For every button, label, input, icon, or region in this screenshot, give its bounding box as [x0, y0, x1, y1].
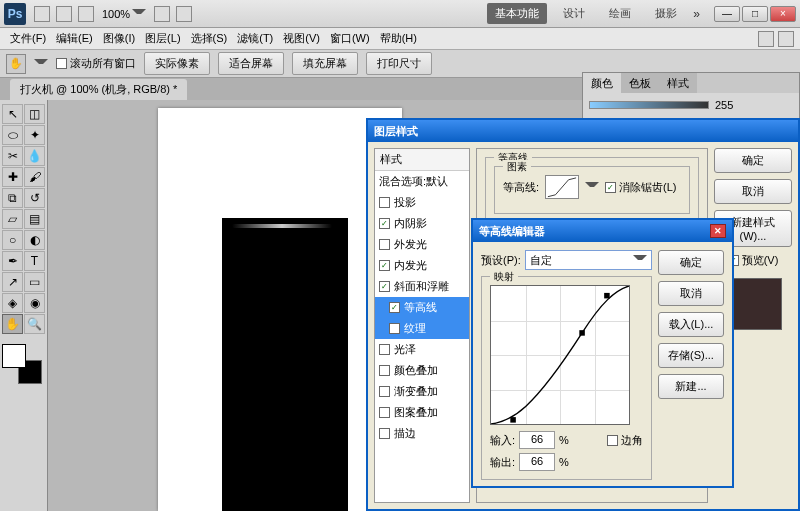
close-icon[interactable]: ✕ [710, 224, 726, 238]
expand-icon[interactable]: » [693, 7, 700, 21]
ok-button[interactable]: 确定 [714, 148, 792, 173]
corner-checkbox[interactable]: 边角 [607, 433, 643, 448]
eraser-tool[interactable]: ▱ [2, 209, 23, 229]
cancel-button[interactable]: 取消 [658, 281, 724, 306]
antialias-checkbox[interactable]: ✓消除锯齿(L) [605, 180, 676, 195]
color-slider[interactable] [589, 101, 709, 109]
hand-tool[interactable]: ✋ [2, 314, 23, 334]
3d-tool[interactable]: ◈ [2, 293, 23, 313]
view-extras-icon[interactable] [56, 6, 72, 22]
checkbox-icon[interactable]: ✓ [379, 218, 390, 229]
type-tool[interactable]: T [24, 251, 45, 271]
style-item[interactable]: ✓等高线 [375, 297, 469, 318]
workspace-photography[interactable]: 摄影 [647, 3, 685, 24]
mb-icon[interactable] [758, 31, 774, 47]
scroll-all-windows[interactable]: 滚动所有窗口 [56, 56, 136, 71]
maximize-button[interactable]: □ [742, 6, 768, 22]
style-item[interactable]: ✓内发光 [375, 255, 469, 276]
tab-color[interactable]: 颜色 [583, 73, 621, 93]
style-item[interactable]: 描边 [375, 423, 469, 444]
menu-image[interactable]: 图像(I) [99, 29, 139, 48]
contour-picker[interactable] [545, 175, 579, 199]
crop-tool[interactable]: ✂ [2, 146, 23, 166]
workspace-essentials[interactable]: 基本功能 [487, 3, 547, 24]
input-field[interactable]: 66 [519, 431, 555, 449]
dialog-title[interactable]: 图层样式 [368, 120, 798, 142]
style-item[interactable]: 光泽 [375, 339, 469, 360]
menu-window[interactable]: 窗口(W) [326, 29, 374, 48]
menu-view[interactable]: 视图(V) [279, 29, 324, 48]
shape-tool[interactable]: ▭ [24, 272, 45, 292]
hand-shortcut-icon[interactable] [154, 6, 170, 22]
stamp-tool[interactable]: ⧉ [2, 188, 23, 208]
save-button[interactable]: 存储(S)... [658, 343, 724, 368]
actual-pixels-button[interactable]: 实际像素 [144, 52, 210, 75]
menu-select[interactable]: 选择(S) [187, 29, 232, 48]
close-button[interactable]: × [770, 6, 796, 22]
checkbox-icon[interactable] [379, 239, 390, 250]
marquee-tool[interactable]: ◫ [24, 104, 45, 124]
menu-edit[interactable]: 编辑(E) [52, 29, 97, 48]
zoom-level[interactable]: 100% [102, 8, 146, 20]
style-item[interactable]: 图案叠加 [375, 402, 469, 423]
curve-graph[interactable] [490, 285, 630, 425]
checkbox-icon[interactable] [379, 407, 390, 418]
load-button[interactable]: 载入(L)... [658, 312, 724, 337]
path-tool[interactable]: ↗ [2, 272, 23, 292]
dialog-title[interactable]: 等高线编辑器 ✕ [473, 220, 732, 242]
history-brush-tool[interactable]: ↺ [24, 188, 45, 208]
menu-layer[interactable]: 图层(L) [141, 29, 184, 48]
cancel-button[interactable]: 取消 [714, 179, 792, 204]
minimize-button[interactable]: — [714, 6, 740, 22]
cs-live-icon[interactable] [778, 31, 794, 47]
style-item[interactable]: ✓斜面和浮雕 [375, 276, 469, 297]
document-tab[interactable]: 打火机 @ 100% (机身, RGB/8) * [10, 79, 187, 100]
tab-styles[interactable]: 样式 [659, 73, 697, 93]
checkbox-icon[interactable] [379, 428, 390, 439]
brush-tool[interactable]: 🖌 [24, 167, 45, 187]
style-item[interactable]: 投影 [375, 192, 469, 213]
workspace-design[interactable]: 设计 [555, 3, 593, 24]
menu-file[interactable]: 文件(F) [6, 29, 50, 48]
style-item[interactable]: 混合选项:默认 [375, 171, 469, 192]
eyedropper-tool[interactable]: 💧 [24, 146, 45, 166]
style-item[interactable]: 渐变叠加 [375, 381, 469, 402]
doc-arrange-icon[interactable] [78, 6, 94, 22]
gradient-tool[interactable]: ▤ [24, 209, 45, 229]
zoom-tool[interactable]: 🔍 [24, 314, 45, 334]
checkbox-icon[interactable] [379, 365, 390, 376]
style-item[interactable]: 颜色叠加 [375, 360, 469, 381]
preset-dropdown[interactable]: 自定 [525, 250, 652, 270]
heal-tool[interactable]: ✚ [2, 167, 23, 187]
ok-button[interactable]: 确定 [658, 250, 724, 275]
bridge-icon[interactable] [34, 6, 50, 22]
fill-screen-button[interactable]: 填充屏幕 [292, 52, 358, 75]
fg-color[interactable] [2, 344, 26, 368]
style-item[interactable]: 外发光 [375, 234, 469, 255]
checkbox-icon[interactable] [379, 197, 390, 208]
checkbox-icon[interactable]: ✓ [379, 281, 390, 292]
output-field[interactable]: 66 [519, 453, 555, 471]
camera-tool[interactable]: ◉ [24, 293, 45, 313]
checkbox-icon[interactable]: ✓ [379, 260, 390, 271]
workspace-painting[interactable]: 绘画 [601, 3, 639, 24]
color-swatches[interactable] [2, 344, 42, 384]
checkbox-icon[interactable]: ✓ [389, 302, 400, 313]
dodge-tool[interactable]: ◐ [24, 230, 45, 250]
print-size-button[interactable]: 打印尺寸 [366, 52, 432, 75]
lasso-tool[interactable]: ⬭ [2, 125, 23, 145]
chevron-down-icon[interactable] [34, 59, 48, 69]
chevron-down-icon[interactable] [585, 182, 599, 192]
blur-tool[interactable]: ○ [2, 230, 23, 250]
screen-mode-icon[interactable] [176, 6, 192, 22]
menu-help[interactable]: 帮助(H) [376, 29, 421, 48]
style-item[interactable]: 纹理 [375, 318, 469, 339]
checkbox-icon[interactable] [389, 323, 400, 334]
pen-tool[interactable]: ✒ [2, 251, 23, 271]
new-button[interactable]: 新建... [658, 374, 724, 399]
checkbox-icon[interactable] [379, 344, 390, 355]
fit-screen-button[interactable]: 适合屏幕 [218, 52, 284, 75]
style-item[interactable]: ✓内阴影 [375, 213, 469, 234]
wand-tool[interactable]: ✦ [24, 125, 45, 145]
menu-filter[interactable]: 滤镜(T) [233, 29, 277, 48]
